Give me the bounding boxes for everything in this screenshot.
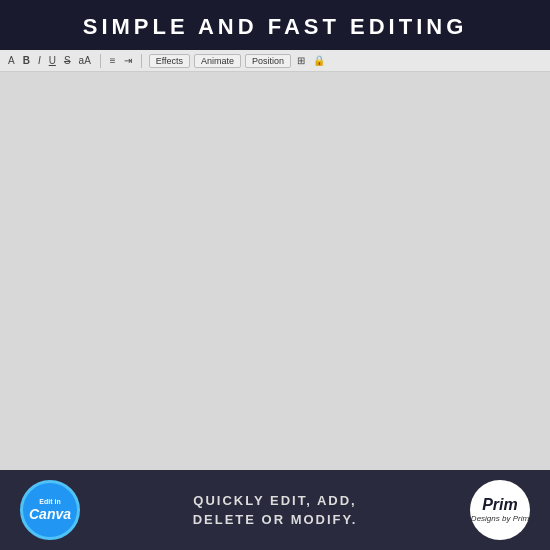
tagline-line2: DELETE OR MODIFY.	[193, 510, 358, 530]
header: SIMPLE AND FAST EDITING	[0, 0, 550, 50]
main-area: A B I U S aA ≡ ⇥ Effects Animate Positio…	[0, 50, 550, 470]
effects-button[interactable]: Effects	[149, 54, 190, 68]
canva-line1: Edit in	[39, 498, 60, 505]
divider-1	[100, 54, 101, 68]
tagline-line1: QUICKLY EDIT, ADD,	[193, 491, 358, 511]
footer: Edit in Canva QUICKLY EDIT, ADD, DELETE …	[0, 470, 550, 550]
italic-icon[interactable]: I	[36, 55, 43, 66]
prim-logo: Prim	[482, 496, 518, 514]
header-title: SIMPLE AND FAST EDITING	[10, 14, 540, 40]
crop-icon: ⊞	[295, 55, 307, 66]
divider-2	[141, 54, 142, 68]
indent-icon: ⇥	[122, 55, 134, 66]
bold-icon[interactable]: B	[21, 55, 32, 66]
underline-label: U	[49, 55, 56, 66]
italic-label: I	[38, 55, 41, 66]
bold-label: B	[23, 55, 30, 66]
font-size-icon: aA	[77, 55, 93, 66]
page-container: SIMPLE AND FAST EDITING A B I U S aA ≡ ⇥…	[0, 0, 550, 550]
position-button[interactable]: Position	[245, 54, 291, 68]
underline-icon[interactable]: U	[47, 55, 58, 66]
canva-edit-label: Edit in	[39, 498, 60, 506]
prim-tagline: Designs by Prim	[471, 514, 529, 524]
canva-logo: Canva	[29, 506, 71, 522]
prim-badge: Prim Designs by Prim	[470, 480, 530, 540]
list-icon: ≡	[108, 55, 118, 66]
canva-badge: Edit in Canva	[20, 480, 80, 540]
footer-tagline: QUICKLY EDIT, ADD, DELETE OR MODIFY.	[193, 491, 358, 530]
toolbar: A B I U S aA ≡ ⇥ Effects Animate Positio…	[0, 50, 550, 72]
lock-icon: 🔒	[311, 55, 327, 66]
font-color-icon: A	[6, 55, 17, 66]
animate-button[interactable]: Animate	[194, 54, 241, 68]
strike-label: S	[64, 55, 71, 66]
strikethrough-icon[interactable]: S	[62, 55, 73, 66]
